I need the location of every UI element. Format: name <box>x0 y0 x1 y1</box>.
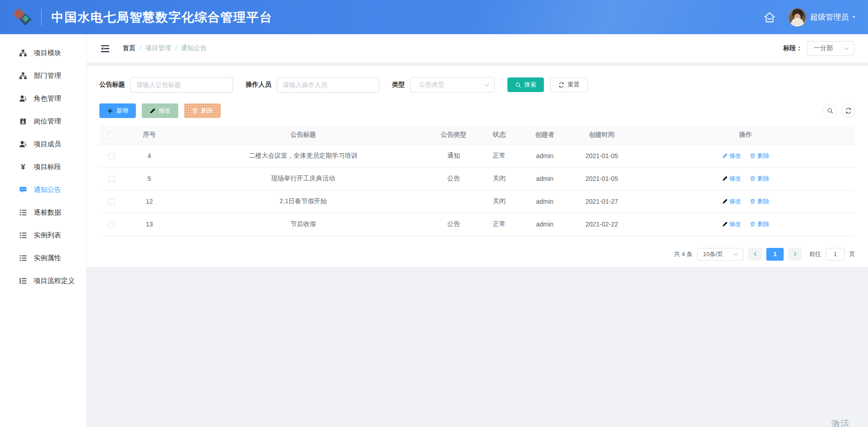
sidebar-item-project-sections[interactable]: ¥ 项目标段 <box>0 155 86 178</box>
cell-created: 2021-01-05 <box>568 167 636 190</box>
filter-type-label: 类型 <box>392 81 405 89</box>
sidebar-item-announcements[interactable]: 通知公告 <box>0 178 86 201</box>
announcements-panel: 公告标题 操作人员 类型 公告类型 搜索 重置 <box>87 66 868 267</box>
refresh-table-button[interactable] <box>842 104 855 118</box>
operator-input[interactable] <box>277 77 379 93</box>
announcements-table: 序号 公告标题 公告类型 状态 创建者 创建时间 操作 4 <box>99 125 855 236</box>
windows-activation-watermark: 激活 Windows 转到“设置”以激活 Windows。 <box>831 418 868 427</box>
sidebar-item-label: 通知公告 <box>34 185 61 194</box>
chevron-down-icon <box>733 252 739 257</box>
cell-no: 12 <box>123 190 176 213</box>
row-checkbox[interactable] <box>108 221 114 228</box>
row-edit-link[interactable]: 修改 <box>722 220 741 228</box>
row-delete-link[interactable]: 删除 <box>750 152 769 160</box>
arrow-right-icon <box>793 252 798 257</box>
reset-button[interactable]: 重置 <box>550 77 588 92</box>
arrow-left-icon <box>753 252 758 257</box>
page-suffix-label: 页 <box>849 250 855 258</box>
sidebar-item-project-modules[interactable]: 项目模块 <box>0 41 86 64</box>
sidebar-item-label: 项目标段 <box>34 163 61 171</box>
select-all-checkbox[interactable] <box>108 132 114 139</box>
cell-created: 2021-01-05 <box>568 144 636 167</box>
cell-type: 通知 <box>431 144 476 167</box>
table-toolbar: 新增 修改 删除 <box>99 103 855 118</box>
table-row: 12 2.1日春节假开始 关闭 admin 2021-01-27 修改 删除 <box>99 190 855 213</box>
breadcrumb-project-mgmt[interactable]: 项目管理 <box>145 44 171 52</box>
row-delete-link[interactable]: 删除 <box>750 175 769 183</box>
cell-title: 2.1日春节假开始 <box>176 190 431 213</box>
row-checkbox[interactable] <box>108 153 114 159</box>
filter-operator-label: 操作人员 <box>246 81 271 89</box>
goto-page-input[interactable] <box>826 248 845 261</box>
collapse-menu-icon[interactable] <box>100 44 110 53</box>
col-no: 序号 <box>123 125 176 144</box>
row-checkbox[interactable] <box>108 199 114 205</box>
home-icon[interactable] <box>763 10 776 24</box>
topbar-right: 标段： 一分部 <box>783 41 854 56</box>
search-button-label: 搜索 <box>524 81 536 89</box>
section-select[interactable]: 一分部 <box>807 41 854 56</box>
refresh-icon <box>845 108 852 114</box>
sidebar-item-department-mgmt[interactable]: 部门管理 <box>0 64 86 87</box>
col-type: 公告类型 <box>431 125 476 144</box>
sidebar-item-pile-data[interactable]: 逐桩数据 <box>0 201 86 224</box>
add-button[interactable]: 新增 <box>99 103 136 118</box>
sidebar-item-label: 角色管理 <box>34 94 61 103</box>
trash-icon <box>750 221 755 227</box>
cell-type <box>431 190 476 213</box>
breadcrumb-separator: / <box>140 45 141 52</box>
sidebar-item-instance-props[interactable]: 实例属性 <box>0 247 86 269</box>
search-icon <box>827 108 833 114</box>
breadcrumb-announcements[interactable]: 通知公告 <box>181 44 207 52</box>
page-size-select[interactable]: 10条/页 <box>697 248 744 261</box>
row-delete-link[interactable]: 删除 <box>750 197 769 206</box>
add-button-label: 新增 <box>116 107 128 115</box>
cell-status: 关闭 <box>476 190 522 213</box>
edit-button-label: 修改 <box>159 107 170 115</box>
row-edit-link[interactable]: 修改 <box>722 152 741 160</box>
next-page-button[interactable] <box>788 248 802 261</box>
sidebar-item-instance-list[interactable]: 实例列表 <box>0 224 86 247</box>
search-button[interactable]: 搜索 <box>507 77 544 92</box>
sidebar-item-process-definition[interactable]: 项目流程定义 <box>0 269 86 292</box>
avatar[interactable] <box>788 8 806 26</box>
trash-icon <box>192 108 198 114</box>
total-count: 共 4 条 <box>674 250 692 258</box>
page-size-value: 10条/页 <box>703 250 723 258</box>
delete-button[interactable]: 删除 <box>184 103 221 118</box>
sidebar-item-project-members[interactable]: 项目成员 <box>0 133 86 155</box>
breadcrumb-separator: / <box>175 45 177 52</box>
row-edit-link[interactable]: 修改 <box>722 197 741 206</box>
breadcrumb-home[interactable]: 首页 <box>123 44 135 52</box>
sidebar-item-label: 实例属性 <box>34 254 61 262</box>
prev-page-button[interactable] <box>748 248 762 261</box>
sidebar-item-role-mgmt[interactable]: 角色管理 <box>0 87 86 110</box>
tree-list-icon <box>19 277 27 285</box>
caret-down-icon[interactable]: ▼ <box>852 15 856 19</box>
row-edit-link[interactable]: 修改 <box>722 175 741 183</box>
announcement-type-select[interactable]: 公告类型 <box>410 77 495 93</box>
refresh-icon <box>558 82 564 88</box>
col-status: 状态 <box>476 125 522 144</box>
pencil-icon <box>722 199 728 204</box>
badge-icon <box>19 118 27 125</box>
pencil-icon <box>150 108 155 114</box>
cell-no: 5 <box>123 167 176 190</box>
col-creator: 创建者 <box>522 125 568 144</box>
cell-title: 现场举行开工庆典活动 <box>176 167 431 190</box>
sidebar-item-label: 部门管理 <box>34 72 61 80</box>
page-number-button[interactable]: 1 <box>766 248 784 261</box>
cell-type: 公告 <box>431 213 476 236</box>
row-delete-link[interactable]: 删除 <box>750 220 769 228</box>
sidebar-item-label: 逐桩数据 <box>34 208 61 217</box>
goto-label: 前往 <box>809 250 821 258</box>
table-row: 5 现场举行开工庆典活动 公告 关闭 admin 2021-01-05 修改 删… <box>99 167 855 190</box>
delete-button-label: 删除 <box>201 107 213 115</box>
column-search-button[interactable] <box>823 104 837 118</box>
edit-button[interactable]: 修改 <box>142 103 178 118</box>
sidebar-item-post-mgmt[interactable]: 岗位管理 <box>0 110 86 133</box>
user-name[interactable]: 超级管理员 <box>810 12 849 22</box>
announcement-title-input[interactable] <box>130 77 233 93</box>
row-checkbox[interactable] <box>108 176 114 182</box>
reset-button-label: 重置 <box>568 81 579 89</box>
